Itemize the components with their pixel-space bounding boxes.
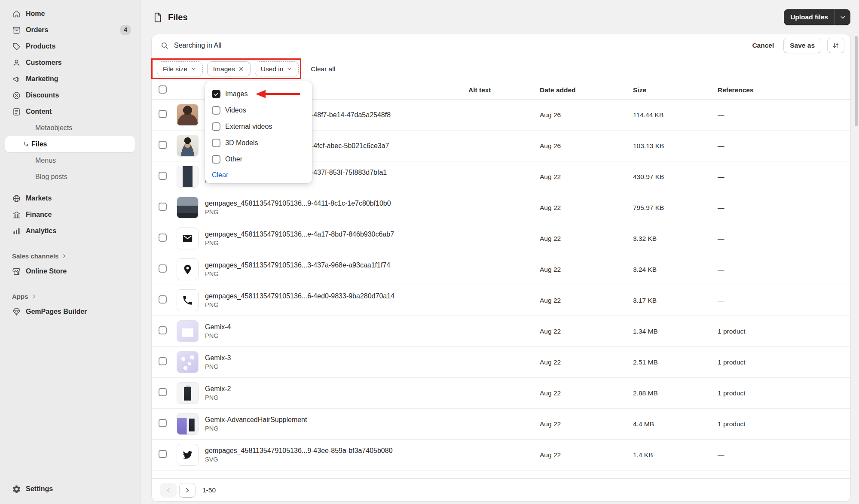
row-checkbox[interactable] xyxy=(159,388,167,396)
gemix-3-thumbnail[interactable] xyxy=(177,351,199,373)
filter-type-images-chip[interactable]: Images xyxy=(207,61,251,76)
upload-files-button[interactable]: Upload files xyxy=(784,9,835,25)
row-checkbox[interactable] xyxy=(159,357,167,365)
row-checkbox[interactable] xyxy=(159,172,167,180)
gemix-adv-thumbnail[interactable] xyxy=(177,413,199,435)
pagination-range: 1-50 xyxy=(202,486,216,494)
gemix-4-thumbnail[interactable] xyxy=(177,320,199,342)
landscape-thumbnail[interactable] xyxy=(177,197,199,219)
orders-count-badge: 4 xyxy=(120,25,131,35)
filter-option-3d-models[interactable]: 3D Models xyxy=(205,135,312,151)
envelope-icon-thumbnail[interactable] xyxy=(177,228,199,249)
sidebar-item-metaobjects[interactable]: Metaobjects xyxy=(5,120,135,136)
file-type: SVG xyxy=(205,456,468,463)
checkbox[interactable] xyxy=(212,122,220,131)
filter-option-other[interactable]: Other xyxy=(205,151,312,167)
pagination-bar: 1-50 xyxy=(152,478,850,501)
date-added: Aug 26 xyxy=(540,142,633,150)
sidebar-item-blog-posts[interactable]: Blog posts xyxy=(5,169,135,185)
sidebar-item-discounts[interactable]: Discounts xyxy=(5,87,135,103)
sidebar-item-markets[interactable]: Markets xyxy=(5,190,135,206)
row-checkbox[interactable] xyxy=(159,419,167,427)
search-input[interactable]: Searching in All xyxy=(174,42,743,49)
sales-channels-header[interactable]: Sales channels xyxy=(5,249,135,263)
date-added: Aug 26 xyxy=(540,111,633,119)
pin-icon-thumbnail[interactable] xyxy=(177,258,199,280)
pagination-next-button[interactable] xyxy=(179,483,196,498)
phone-icon-thumbnail[interactable] xyxy=(177,289,199,311)
file-name-link[interactable]: gempages_4581135479105136...6-4ed0-9833-… xyxy=(205,292,468,300)
date-added: Aug 22 xyxy=(540,389,633,397)
row-checkbox[interactable] xyxy=(159,110,167,118)
scrollbar-thumb[interactable] xyxy=(855,36,858,126)
upload-files-dropdown-button[interactable] xyxy=(835,9,850,25)
cancel-button[interactable]: Cancel xyxy=(748,39,778,52)
chevron-down-icon xyxy=(286,66,293,72)
sidebar-item-marketing[interactable]: Marketing xyxy=(5,71,135,87)
sidebar-item-orders[interactable]: Orders4 xyxy=(5,22,135,38)
sidebar-item-online-store[interactable]: Online Store xyxy=(5,263,135,279)
references: — xyxy=(718,204,850,212)
sidebar-item-settings[interactable]: Settings xyxy=(5,481,135,497)
checkbox[interactable] xyxy=(212,155,220,164)
row-checkbox[interactable] xyxy=(159,203,167,211)
avatar-man-thumbnail[interactable] xyxy=(177,135,199,157)
save-as-button[interactable]: Save as xyxy=(783,38,821,53)
filter-used-in[interactable]: Used in xyxy=(255,61,299,76)
gemix-2-thumbnail[interactable] xyxy=(177,382,199,404)
chevron-right-icon xyxy=(184,487,191,494)
close-icon[interactable] xyxy=(238,66,245,72)
sidebar-item-customers[interactable]: Customers xyxy=(5,55,135,71)
analytics-icon xyxy=(12,227,21,236)
filter-option-external-videos[interactable]: External videos xyxy=(205,118,312,135)
sidebar-item-home[interactable]: Home xyxy=(5,6,135,22)
row-checkbox[interactable] xyxy=(159,141,167,149)
section-label: Sales channels xyxy=(12,252,58,260)
sidebar-item-finance[interactable]: Finance xyxy=(5,206,135,223)
references: — xyxy=(718,297,850,304)
sidebar-item-gempages-builder[interactable]: GemPages Builder xyxy=(5,304,135,320)
home-icon xyxy=(12,9,21,18)
row-checkbox[interactable] xyxy=(159,450,167,458)
file-name-link[interactable]: Gemix-AdvancedHairSupplement xyxy=(205,416,468,424)
filter-option-images[interactable]: Images xyxy=(205,86,312,102)
file-name-link[interactable]: gempages_4581135479105136...e-4a17-8bd7-… xyxy=(205,231,468,238)
clear-all-button[interactable]: Clear all xyxy=(311,65,335,73)
file-name-link[interactable]: gempages_4581135479105136...9-4411-8c1c-… xyxy=(205,200,468,207)
sidebar-item-products[interactable]: Products xyxy=(5,38,135,55)
checkbox-checked[interactable] xyxy=(212,90,220,98)
file-name-link[interactable]: Gemix-2 xyxy=(205,385,468,393)
file-name-link[interactable]: gempages_4581135479105136...9-43ee-859a-… xyxy=(205,447,468,455)
row-checkbox[interactable] xyxy=(159,295,167,304)
sidebar-nav: HomeOrders4ProductsCustomersMarketingDis… xyxy=(5,6,135,239)
sidebar-item-menus[interactable]: Menus xyxy=(5,152,135,169)
apps-header[interactable]: Apps xyxy=(5,289,135,304)
filter-file-size[interactable]: File size xyxy=(157,61,203,76)
row-checkbox[interactable] xyxy=(159,234,167,242)
date-added: Aug 22 xyxy=(540,451,633,459)
select-all-checkbox[interactable] xyxy=(159,85,167,94)
sidebar-item-files[interactable]: Files xyxy=(5,136,135,152)
portrait-thumbnail[interactable] xyxy=(177,166,199,188)
filter-option-videos[interactable]: Videos xyxy=(205,102,312,118)
checkbox[interactable] xyxy=(212,139,220,147)
sort-button[interactable] xyxy=(827,38,844,53)
file-type: PNG xyxy=(205,240,468,246)
option-label: Images xyxy=(225,90,248,98)
date-added: Aug 22 xyxy=(540,328,633,335)
file-name-link[interactable]: Gemix-4 xyxy=(205,323,468,331)
dropdown-clear-button[interactable]: Clear xyxy=(205,167,312,179)
row-checkbox[interactable] xyxy=(159,326,167,334)
file-name-link[interactable]: Gemix-3 xyxy=(205,354,468,362)
avatar-woman-thumbnail[interactable] xyxy=(177,104,199,126)
file-size: 3.17 KB xyxy=(633,297,718,304)
sidebar-item-content[interactable]: Content xyxy=(5,103,135,120)
file-size: 1.34 MB xyxy=(633,328,718,335)
row-checkbox[interactable] xyxy=(159,264,167,273)
file-type: PNG xyxy=(205,394,468,401)
checkbox[interactable] xyxy=(212,106,220,115)
file-name-link[interactable]: gempages_4581135479105136...3-437a-968e-… xyxy=(205,261,468,269)
twitter-icon-thumbnail[interactable] xyxy=(177,444,199,466)
sidebar-item-analytics[interactable]: Analytics xyxy=(5,223,135,239)
pagination-prev-button[interactable] xyxy=(160,483,177,498)
